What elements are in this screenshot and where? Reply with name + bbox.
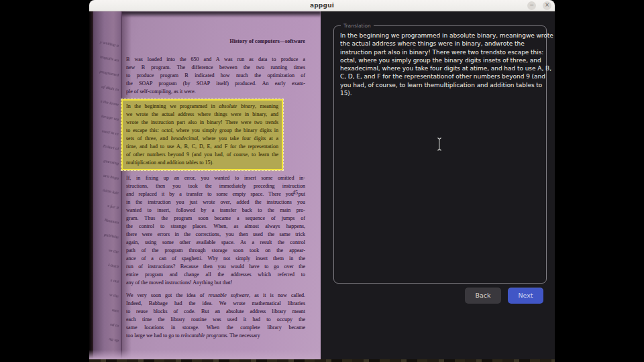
titlebar: appgui − ×: [89, 0, 555, 11]
text-cursor-icon: [436, 137, 443, 152]
screen: appgui − × y writing atropolis anprogram…: [0, 0, 644, 362]
book-paragraph: If, in fixing up an error, you wanted to…: [126, 174, 305, 287]
app-window: appgui − × y writing atropolis anprogram…: [89, 0, 555, 362]
minimize-icon: −: [529, 2, 534, 8]
book-paragraph: B was loaded into the 650 and A was run …: [126, 56, 305, 96]
window-title: appgui: [310, 2, 334, 9]
book-paragraph: We very soon got the idea of reusable so…: [126, 292, 305, 340]
book-page-header: History of computers—software: [126, 38, 305, 44]
book-photo-view[interactable]: y writing atropolis anprogramedof dials …: [89, 11, 321, 359]
back-button[interactable]: Back: [465, 288, 501, 304]
translation-panel: Translation In the beginning we programm…: [321, 11, 555, 359]
window-controls: − ×: [527, 1, 551, 10]
translation-text: In the beginning we programmed in absolu…: [340, 32, 543, 97]
book-left-page: y writing atropolis anprogramedof dials …: [93, 11, 122, 359]
book-page-number: 45: [292, 190, 298, 196]
desk-strip: [89, 359, 555, 362]
translation-textbox[interactable]: Translation In the beginning we programm…: [333, 25, 547, 284]
next-button[interactable]: Next: [508, 288, 543, 304]
close-button[interactable]: ×: [543, 1, 551, 10]
translation-frame-label: Translation: [341, 23, 374, 29]
ocr-highlight-region[interactable]: In the beginning we programmed in absolu…: [121, 99, 283, 170]
close-icon: ×: [545, 2, 549, 8]
minimize-button[interactable]: −: [527, 1, 536, 10]
